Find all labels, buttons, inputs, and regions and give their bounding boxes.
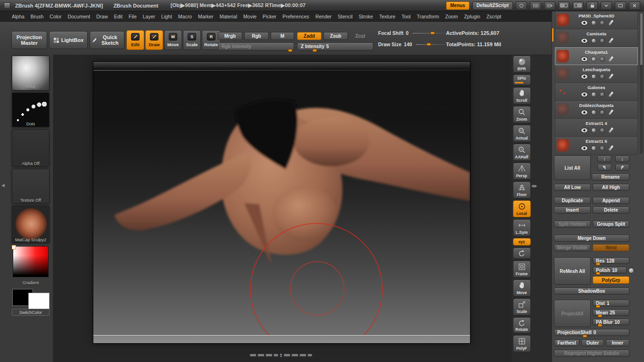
insert-button[interactable]: Insert [554,206,591,214]
menu-item-edit[interactable]: Edit [114,14,123,19]
switch-color-button[interactable]: SwitchColor [12,309,50,316]
visibility-eye-icon[interactable] [581,57,588,62]
focal-shift-handle[interactable] [430,32,435,34]
uv-toggle-icon[interactable] [600,146,605,151]
mrgb-button[interactable]: Mrgb [218,32,242,40]
persp-button[interactable]: Persp [513,163,531,180]
visibility-eye-icon[interactable] [581,92,588,97]
groups-split-button[interactable]: Groups Split [593,221,629,228]
uv-toggle-icon[interactable] [600,128,605,133]
polypaint-toggle-icon[interactable] [591,38,596,43]
alpha-selector[interactable]: Alpha Off [12,129,50,167]
maximize-icon[interactable] [615,1,626,10]
hide-ui-icon[interactable] [601,1,612,10]
remesh-all-button[interactable]: ReMesh All [554,257,591,285]
menu-item-material[interactable]: Material [220,14,237,19]
uv-toggle-icon[interactable] [600,110,605,115]
menu-item-preferences[interactable]: Preferences [282,14,309,19]
frame-button[interactable]: Frame [513,261,531,278]
menu-item-file[interactable]: File [129,14,137,19]
zoom-button[interactable]: Zoom [513,106,531,123]
polypaint-toggle-icon[interactable] [591,146,596,151]
duplicate-button[interactable]: Duplicate [554,197,591,204]
uv-toggle-icon[interactable] [600,57,605,62]
pa-blur-handle[interactable] [598,324,602,327]
draw-size-handle[interactable] [427,43,431,46]
polypaint-toggle-icon[interactable] [591,74,596,79]
append-button[interactable]: Append [593,197,629,204]
all-high-button[interactable]: All High [593,184,629,191]
bpr-button[interactable]: BPR [513,56,531,73]
menu-item-zscript[interactable]: Zscript [487,14,502,19]
menu-item-texture[interactable]: Texture [379,14,395,19]
menu-item-stroke[interactable]: Stroke [359,14,373,19]
scrollbar-dashes[interactable] [284,354,312,356]
subtool-item[interactable]: Extract1 4 [555,119,638,137]
dock-right-screens-icon[interactable] [572,1,584,10]
edit-pen-icon[interactable] [609,74,614,79]
close-icon[interactable] [629,1,640,10]
right-tray-divider-icon[interactable]: ◀▶ [531,184,537,188]
edit-mode-button[interactable]: Edit [126,30,144,50]
spix-handle[interactable] [515,82,523,83]
palette-bars-icon[interactable] [530,1,541,10]
move-canvas-button[interactable]: Move [513,280,531,296]
menu-item-movie[interactable]: Movie [243,14,256,19]
menu-item-document[interactable]: Document [67,14,90,19]
list-all-button[interactable]: List All [554,156,591,180]
projection-shell-handle[interactable] [583,335,587,337]
lightbox-button[interactable]: LightBox [49,31,88,49]
xyz-axis-button[interactable]: xyz [513,238,531,246]
visibility-eye-icon[interactable] [581,74,588,79]
subtool-item[interactable]: Doblezchaqueta [555,101,638,119]
mean-slider[interactable]: Mean 25 [593,309,629,316]
menu-item-stencil[interactable]: Stencil [338,14,353,19]
polish-handle[interactable] [596,272,600,275]
edit-pen-icon[interactable] [609,38,614,43]
res-slider[interactable]: Res 128 [593,257,629,264]
scale-mode-button[interactable]: S Scale [183,30,201,50]
scrollbar-thumb[interactable] [640,13,643,65]
scrollbar-dashes[interactable] [250,354,278,356]
uv-toggle-icon[interactable] [600,38,605,43]
subtool-scrollbar[interactable] [640,12,643,154]
menu-item-zplugin[interactable]: Zplugin [464,14,480,19]
color-gradient-square[interactable] [13,246,49,277]
uv-toggle-icon[interactable] [600,92,605,97]
subtool-up-button[interactable]: ↑ [597,156,611,162]
farthest-button[interactable]: Farthest [554,339,579,346]
dock-left-screens-icon[interactable] [558,1,570,10]
dist-handle[interactable] [596,305,600,308]
menu-item-transform[interactable]: Transform [417,14,439,19]
subtool-item-selected[interactable]: Chaqueta1 [555,47,638,65]
polish-slider[interactable]: Polish 10 [593,267,627,273]
menu-item-zoom[interactable]: Zoom [445,14,458,19]
quick-sketch-button[interactable]: Quick Sketch [90,31,124,49]
draw-mode-button[interactable]: Draw [145,30,163,50]
z-intensity-slider[interactable]: Z Intensity 5 [297,42,373,50]
zsub-button[interactable]: Zsub [323,32,348,40]
local-button[interactable]: Local [513,200,531,217]
canvas-horizontal-scrollbar[interactable]: ▲ ▼ [250,353,312,357]
polypaint-toggle-icon[interactable] [591,128,596,133]
z-intensity-handle[interactable] [313,49,317,52]
menu-item-draw[interactable]: Draw [96,14,108,19]
polyframe-button[interactable]: PolyF [513,335,531,352]
actual-size-button[interactable]: Actual [513,125,531,142]
spix-slider[interactable]: SPix [513,74,531,85]
edit-pen-icon[interactable] [609,145,614,151]
subtool-move-down-button[interactable]: ↱ [615,164,629,171]
switch-color-widget[interactable]: SwitchColor [12,288,50,316]
edit-pen-icon[interactable] [609,109,614,115]
visibility-eye-icon[interactable] [581,110,588,115]
visibility-eye-icon[interactable] [581,20,588,25]
color-picker[interactable]: Gradient [12,245,50,286]
left-tray-collapse-icon[interactable]: ◀ [1,183,5,188]
pa-blur-slider[interactable]: PA Blur 10 [593,319,629,325]
inner-button[interactable]: Inner [606,339,629,346]
rgb-intensity-slider[interactable]: Rgb Intensity [218,42,294,50]
scale-canvas-button[interactable]: Scale [513,298,531,315]
visibility-eye-icon[interactable] [581,38,588,43]
menu-item-marker[interactable]: Marker [198,14,214,19]
rgb-intensity-handle[interactable] [288,49,292,52]
